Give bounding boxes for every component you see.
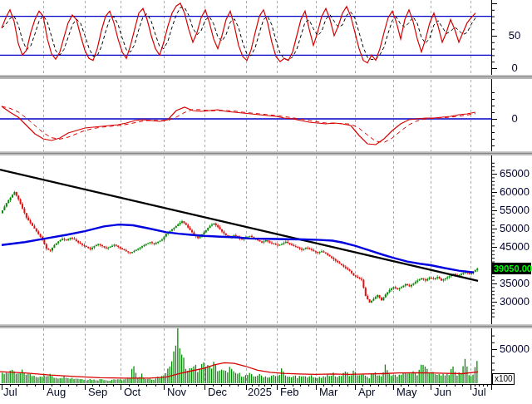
price-tick-label: 45000	[498, 241, 531, 252]
month-label: Jul	[3, 387, 17, 398]
month-label: Sep	[88, 387, 107, 398]
price-tick-label: 50000	[498, 223, 531, 234]
panel-splitter-2[interactable]	[0, 151, 532, 155]
stoch-tick-label: 0	[498, 62, 531, 73]
last-price-badge: 39050.00	[492, 263, 531, 274]
month-label: Jun	[434, 387, 451, 398]
stochastic-panel[interactable]	[0, 0, 491, 75]
month-label: 2025	[248, 387, 272, 398]
volume-tick-label: 50000	[498, 343, 531, 354]
macd-tick-label: 0	[498, 113, 531, 124]
stoch-tick-label: 50	[498, 30, 531, 41]
price-tick-label: 30000	[498, 296, 531, 307]
month-label: Dec	[208, 387, 227, 398]
month-label: Feb	[280, 387, 298, 398]
month-label: Oct	[124, 387, 140, 398]
month-label: Nov	[167, 387, 186, 398]
panel-splitter-1[interactable]	[0, 75, 532, 79]
price-tick-label: 55000	[498, 204, 531, 215]
price-tick-label: 65000	[498, 168, 531, 179]
stock-chart-window: 50 0 0 65000 60000 55000 50000 45000 350…	[0, 0, 532, 404]
panel-splitter-3[interactable]	[0, 324, 532, 328]
month-label: Aug	[47, 387, 66, 398]
macd-panel[interactable]	[0, 80, 491, 151]
month-label: Mar	[319, 387, 337, 398]
price-tick-label: 35000	[498, 278, 531, 288]
month-label: May	[397, 387, 417, 398]
price-tick-label: 60000	[498, 186, 531, 197]
month-label: Jul	[472, 387, 486, 398]
volume-panel[interactable]	[0, 328, 491, 384]
x-axis-strip[interactable]	[0, 384, 491, 404]
price-panel[interactable]	[0, 156, 491, 323]
month-label: Apr	[358, 387, 375, 398]
volume-unit-badge: x100	[492, 373, 515, 385]
